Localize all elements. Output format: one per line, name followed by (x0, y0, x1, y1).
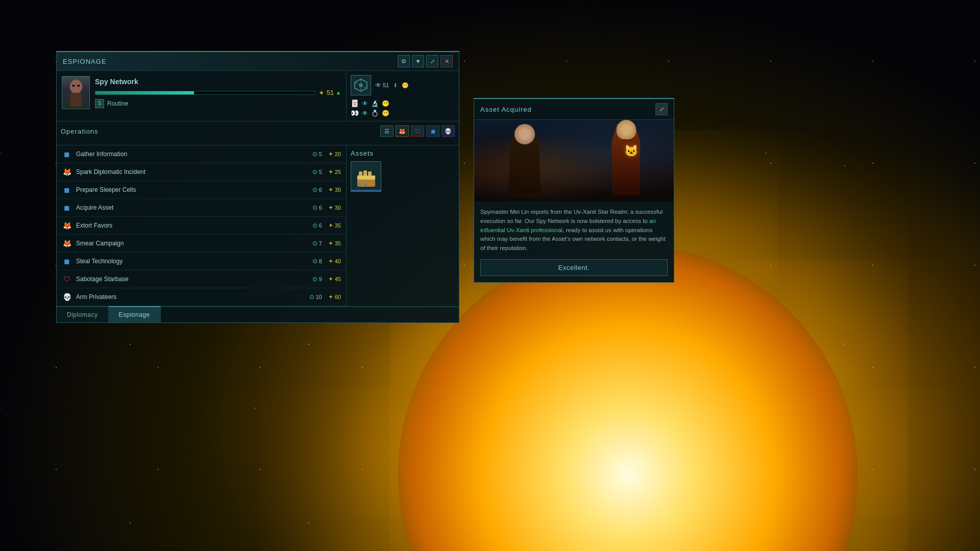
op-power-spark: ✦ 25 (328, 168, 341, 176)
excellent-button[interactable]: Excellent. (480, 259, 668, 276)
cost-icon-spark: ⊙ (312, 168, 317, 176)
op-cost-extort: ⊙ 6 (312, 222, 322, 229)
tab-diplomacy[interactable]: Diplomacy (57, 307, 109, 322)
stat-row-2: 👀 👁 💍 😶 (351, 109, 455, 117)
aa-text-part1: Spymaster Mei Lin reports from the Uv-Xa… (480, 209, 663, 224)
cost-val-steal: 8 (319, 258, 322, 264)
svg-rect-15 (359, 184, 361, 186)
filter-blue-button[interactable]: ◼ (426, 126, 439, 137)
op-power-acquire: ✦ 30 (328, 204, 341, 211)
op-icon-steal: ◼ (62, 256, 72, 266)
svg-rect-14 (357, 176, 375, 180)
aa-image: 🐱 (474, 120, 674, 202)
op-row-sleeper[interactable]: ◼ Prepare Sleeper Cells ⊙ 6 ✦ 30 (57, 181, 346, 199)
op-row-extort[interactable]: 🦊 Extort Favors ⊙ 6 ✦ 35 (57, 217, 346, 235)
power-val-spark: 25 (335, 169, 341, 175)
eyes-icon: 👀 (351, 109, 359, 117)
cost-val-arm: 10 (316, 294, 322, 300)
stat-item-2a: 👀 (351, 109, 359, 117)
op-row-sabotage[interactable]: 🛡 Sabotage Starbase ⊙ 9 ✦ 45 (57, 270, 346, 288)
op-icon-extort: 🦊 (62, 220, 72, 231)
spy-section: Spy Network ✦ 51 ▲ S Routine (57, 71, 347, 121)
move-button[interactable]: ⤢ (426, 55, 438, 67)
op-row-steal[interactable]: ◼ Steal Technology ⊙ 8 ✦ 40 (57, 253, 346, 270)
filter-skull-button[interactable]: 💀 (442, 126, 455, 137)
asset-grid (351, 161, 455, 192)
op-power-smear: ✦ 35 (328, 240, 341, 247)
op-row-smear[interactable]: 🦊 Smear Campaign ⊙ 7 ✦ 35 (57, 235, 346, 253)
stat-item-2c: 💍 (371, 110, 379, 117)
filter-all-button[interactable]: ☰ (380, 126, 394, 137)
op-name-spark: Spark Diplomatic Incident (76, 168, 312, 176)
power-val-sleeper: 30 (335, 187, 341, 193)
op-icon-smear: 🦊 (62, 238, 72, 248)
op-icon-sleeper: ◼ (62, 185, 72, 195)
op-cost-steal: ⊙ 8 (312, 258, 322, 265)
asset-item-1[interactable] (351, 161, 381, 192)
scene-cat: 🐱 (624, 144, 638, 158)
stat-item-1d: 😶 (382, 100, 389, 107)
op-power-sleeper: ✦ 30 (328, 186, 341, 193)
svg-point-5 (359, 83, 363, 87)
micro-icon: 🔬 (371, 100, 379, 107)
progress-bar-fill (95, 91, 194, 94)
level-arrow: ▲ (336, 90, 341, 95)
spy-stats: 👁 51 ⬇ 😶 🃏 👁 🔬 (347, 71, 459, 121)
progress-bar-bg (95, 91, 315, 95)
figure-head-r (617, 120, 636, 139)
op-cost-sleeper: ⊙ 6 (312, 186, 322, 193)
ops-title: Operations (61, 128, 99, 135)
op-row-arm[interactable]: 💀 Arm Privateers ⊙ 10 ✦ 60 (57, 288, 346, 306)
op-cost-gather: ⊙ 5 (312, 151, 322, 158)
ops-header: Operations ☰ 🦊 🛡 ◼ 💀 (61, 126, 455, 137)
spy-status: S Routine (95, 99, 341, 108)
eye4-icon: 👁 (362, 110, 368, 117)
aa-image-scene: 🐱 (474, 120, 674, 202)
assets-panel: Assets (347, 145, 459, 306)
cost-icon-smear: ⊙ (312, 240, 317, 247)
cost-val-spark: 5 (319, 169, 322, 175)
panel-header: Espionage ⚙ ▼ ⤢ ✕ (57, 52, 459, 71)
filter-red-button[interactable]: 🛡 (411, 126, 424, 137)
op-row-spark[interactable]: 🦊 Spark Diplomatic Incident ⊙ 5 ✦ 25 (57, 163, 346, 181)
filter-fox-button[interactable]: 🦊 (396, 126, 409, 137)
op-cost-smear: ⊙ 7 (312, 240, 322, 247)
power-val-sabotage: 45 (335, 276, 341, 282)
power-icon-steal: ✦ (328, 258, 333, 265)
stat-level-value: 51 (383, 82, 389, 88)
svg-line-8 (355, 82, 358, 84)
power-val-gather: 20 (335, 151, 341, 157)
op-power-extort: ✦ 35 (328, 222, 341, 229)
cost-icon-sabotage: ⊙ (312, 276, 317, 283)
spy-stats-header: 👁 51 ⬇ 😶 (351, 75, 455, 95)
eye-icon: 👁 (375, 82, 381, 89)
op-name-steal: Steal Technology (76, 258, 312, 265)
op-icon-spark: 🦊 (62, 167, 72, 177)
asset-acquired-panel: Asset Acquired ⤢ 🐱 Spymaster Mei Lin rep… (474, 98, 674, 283)
stat-row-1: 🃏 👁 🔬 😶 (351, 99, 455, 107)
card-icon: 🃏 (351, 99, 359, 107)
op-cost-sabotage: ⊙ 9 (312, 276, 322, 283)
panel-controls: ⚙ ▼ ⤢ ✕ (398, 55, 453, 67)
status-label: Routine (107, 100, 128, 107)
settings-button[interactable]: ⚙ (398, 55, 410, 67)
spy-level: ✦ 51 ▲ (318, 89, 341, 97)
spy-details: Spy Network ✦ 51 ▲ S Routine (95, 78, 341, 108)
op-name-smear: Smear Campaign (76, 240, 312, 247)
power-icon-gather: ✦ (328, 151, 333, 158)
op-name-sabotage: Sabotage Starbase (76, 276, 312, 283)
tab-espionage[interactable]: Espionage (109, 306, 161, 322)
power-icon-sleeper: ✦ (328, 186, 333, 193)
op-row-acquire[interactable]: ◼ Acquire Asset ⊙ 6 ✦ 30 (57, 199, 346, 217)
filter-button[interactable]: ▼ (412, 55, 424, 67)
power-icon-arm: ✦ (328, 293, 333, 300)
power-val-extort: 35 (335, 222, 341, 229)
svg-point-16 (364, 183, 368, 186)
panel-title: Espionage (63, 58, 107, 65)
cost-icon-extort: ⊙ (312, 222, 317, 229)
op-icon-gather: ◼ (62, 149, 72, 159)
assets-title: Assets (351, 149, 455, 157)
close-button[interactable]: ✕ (440, 55, 453, 67)
aa-close-button[interactable]: ⤢ (655, 103, 668, 115)
op-row-gather[interactable]: ◼ Gather Information ⊙ 5 ✦ 20 (57, 145, 346, 163)
